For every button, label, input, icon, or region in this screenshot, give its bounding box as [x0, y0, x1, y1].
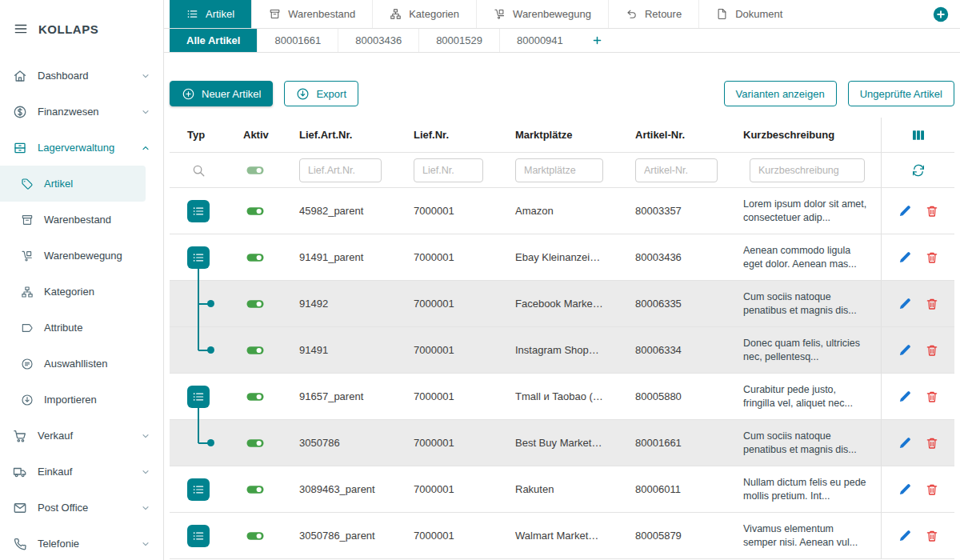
- subtab-80000941[interactable]: 80000941: [499, 29, 580, 52]
- edit-button[interactable]: [898, 297, 912, 311]
- subtab-80003436[interactable]: 80003436: [338, 29, 418, 52]
- delete-button[interactable]: [925, 390, 939, 404]
- lief-nr-cell: 7000001: [398, 483, 499, 495]
- edit-button[interactable]: [898, 436, 912, 450]
- sidebar-item-dashboard[interactable]: Dashboard: [0, 58, 163, 94]
- type-list-icon: [187, 200, 210, 222]
- table-row[interactable]: 45982_parent7000001Amazon80003357Lorem i…: [170, 188, 954, 234]
- search-icon[interactable]: [191, 163, 206, 178]
- edit-button[interactable]: [898, 204, 912, 218]
- active-toggle-icon[interactable]: [246, 202, 265, 221]
- col-header-lief-nr[interactable]: Lief.Nr.: [398, 129, 499, 141]
- table-row[interactable]: 914927000001Facebook Marketp...80006335C…: [170, 281, 954, 327]
- type-cell: [170, 281, 227, 326]
- active-toggle-icon[interactable]: [246, 526, 265, 546]
- sidebar-item-lagerverwaltung[interactable]: Lagerverwaltung: [0, 130, 163, 166]
- col-header-typ[interactable]: Typ: [170, 129, 227, 141]
- filter-lief-art-nr-input[interactable]: [299, 158, 382, 182]
- delete-button[interactable]: [925, 343, 939, 358]
- sidebar-item-verkauf[interactable]: Verkauf: [0, 418, 163, 454]
- edit-button[interactable]: [898, 343, 912, 358]
- filter-typ-cell: [170, 163, 227, 178]
- filter-artikel-nr-input[interactable]: [635, 158, 718, 182]
- phone-icon: [13, 537, 27, 551]
- subtab-80001661[interactable]: 80001661: [257, 29, 338, 52]
- marktplatz-cell: Ebay Kleinanzeigen: [499, 251, 619, 263]
- add-main-tab-button[interactable]: [932, 6, 950, 23]
- table-row[interactable]: 914917000001Instagram Shopping80006334Do…: [170, 327, 954, 374]
- active-toggle-icon[interactable]: [246, 341, 265, 360]
- sidebar-item-einkauf[interactable]: Einkauf: [0, 454, 163, 490]
- tab-retoure[interactable]: Retoure: [608, 0, 698, 28]
- table-row[interactable]: 3089463_parent7000001Rakuten80006011Null…: [170, 466, 954, 513]
- tree-connector-dot: [207, 346, 214, 354]
- sidebar-item-auswahllisten[interactable]: Auswahllisten: [0, 346, 163, 382]
- tab-warenbestand[interactable]: Warenbestand: [251, 0, 372, 28]
- columns-icon[interactable]: [910, 127, 926, 143]
- menu-icon[interactable]: [13, 21, 29, 37]
- sidebar-item-warenbestand[interactable]: Warenbestand: [0, 202, 163, 238]
- active-toggle-icon[interactable]: [246, 480, 265, 499]
- kurzbeschreibung-cell: Donec quam felis, ultricies nec, pellent…: [734, 337, 881, 364]
- sub-tabbar: Alle Artikel8000166180003436800015298000…: [164, 29, 960, 53]
- active-cell: [227, 248, 283, 267]
- col-header-aktiv[interactable]: Aktiv: [227, 129, 283, 141]
- table-row[interactable]: 30507867000001Best Buy Marketpl...800016…: [170, 420, 954, 466]
- lief-nr-cell: 7000001: [398, 530, 499, 542]
- edit-button[interactable]: [898, 390, 912, 404]
- show-variants-button[interactable]: Varianten anzeigen: [724, 81, 837, 106]
- add-sub-tab-button[interactable]: [591, 34, 603, 46]
- col-header-kurzbeschreibung[interactable]: Kurzbeschreibung: [734, 129, 881, 141]
- sidebar-item-telefonie[interactable]: Telefonie: [0, 526, 163, 560]
- edit-button[interactable]: [898, 482, 912, 497]
- logo-row: KOLLAPS: [0, 0, 163, 58]
- active-toggle-icon[interactable]: [246, 434, 265, 453]
- marktplatz-cell: Amazon: [499, 205, 619, 217]
- edit-button[interactable]: [898, 250, 912, 265]
- tab-dokument[interactable]: Dokument: [698, 0, 799, 28]
- type-list-icon: [187, 478, 210, 501]
- subtab-label: 80001529: [436, 34, 482, 46]
- tab-artikel[interactable]: Artikel: [170, 0, 251, 28]
- active-filter-toggle-icon[interactable]: [246, 161, 265, 180]
- filter-lief-nr-input[interactable]: [414, 158, 483, 182]
- delete-button[interactable]: [925, 482, 939, 497]
- sidebar-item-post-office[interactable]: Post Office: [0, 490, 163, 526]
- col-header-marktplaetze[interactable]: Marktplätze: [499, 129, 619, 141]
- col-header-actions: [881, 118, 954, 152]
- sidebar-item-warenbewegung[interactable]: Warenbewegung: [0, 238, 163, 274]
- col-header-artikel-nr[interactable]: Artikel-Nr.: [619, 129, 734, 141]
- lief-nr-cell: 7000001: [398, 390, 499, 402]
- sidebar-item-importieren[interactable]: Importieren: [0, 382, 163, 418]
- sidebar-item-finanzwesen[interactable]: Finanzwesen: [0, 94, 163, 130]
- subtab-alle-artikel[interactable]: Alle Artikel: [170, 29, 257, 52]
- delete-button[interactable]: [925, 250, 939, 265]
- tab-kategorien[interactable]: Kategorien: [372, 0, 476, 28]
- delete-button[interactable]: [925, 297, 939, 311]
- table-row[interactable]: 91657_parent7000001Tmall и Taobao (Al...…: [170, 374, 954, 420]
- delete-button[interactable]: [925, 204, 939, 218]
- new-article-button[interactable]: Neuer Artikel: [170, 81, 273, 106]
- active-toggle-icon[interactable]: [246, 294, 265, 314]
- active-toggle-icon[interactable]: [246, 248, 265, 267]
- marktplatz-cell: Facebook Marketp...: [499, 298, 619, 310]
- warehouse-icon: [13, 141, 27, 155]
- filter-marktplaetze-input[interactable]: [515, 158, 603, 182]
- subtab-80001529[interactable]: 80001529: [418, 29, 499, 52]
- delete-button[interactable]: [925, 436, 939, 450]
- sidebar-item-artikel[interactable]: Artikel: [0, 166, 146, 202]
- table-row[interactable]: 91491_parent7000001Ebay Kleinanzeigen800…: [170, 234, 954, 281]
- active-toggle-icon[interactable]: [246, 387, 265, 406]
- sidebar-item-attribute[interactable]: Attribute: [0, 310, 163, 346]
- col-header-lief-art-nr[interactable]: Lief.Art.Nr.: [283, 129, 398, 141]
- refresh-icon[interactable]: [911, 163, 926, 178]
- filter-kurzbeschreibung-input[interactable]: [750, 158, 865, 182]
- export-button[interactable]: Export: [284, 81, 358, 106]
- table-row[interactable]: 3050786_parent7000001Walmart Marketpl...…: [170, 513, 954, 559]
- delete-button[interactable]: [925, 529, 939, 543]
- tab-warenbewegung[interactable]: Warenbewegung: [476, 0, 608, 28]
- unchecked-articles-button[interactable]: Ungeprüfte Artikel: [848, 81, 954, 106]
- edit-button[interactable]: [898, 529, 912, 543]
- truck-icon: [13, 465, 27, 479]
- sidebar-item-kategorien[interactable]: Kategorien: [0, 274, 163, 310]
